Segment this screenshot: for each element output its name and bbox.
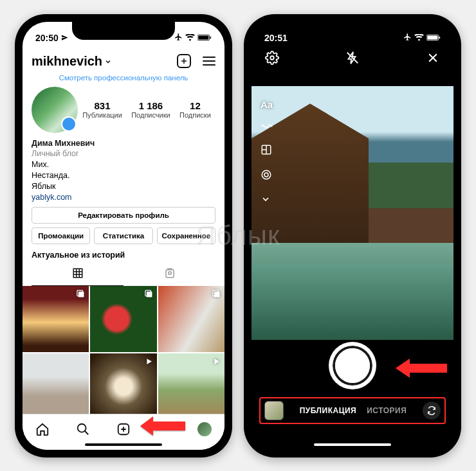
posts-grid (23, 286, 224, 420)
phone-right: 20:51 Aa ПУ (244, 14, 461, 458)
gallery-thumbnail[interactable] (264, 401, 284, 420)
create-button[interactable] (177, 54, 191, 68)
multi-capture-tool[interactable] (261, 169, 273, 182)
svg-rect-4 (166, 270, 174, 278)
tab-grid[interactable] (32, 263, 124, 286)
text-tool[interactable]: Aa (261, 99, 273, 110)
home-indicator (85, 443, 162, 446)
video-icon (212, 357, 221, 369)
menu-button[interactable] (203, 54, 215, 68)
stat-followers[interactable]: 1 186 Подписчики (131, 100, 170, 119)
svg-point-20 (264, 173, 268, 177)
bio-line: Мих. (32, 159, 215, 170)
story-highlights-label: Актуальное из историй (32, 244, 215, 263)
bio-line: Нестанда. (32, 170, 215, 181)
nav-create[interactable] (116, 422, 131, 436)
switch-camera-button[interactable] (423, 402, 441, 420)
flash-off-button[interactable] (345, 50, 360, 66)
professional-dashboard-link[interactable]: Смотреть профессиональную панель (32, 73, 215, 87)
tab-tagged[interactable] (124, 263, 215, 286)
video-icon (144, 357, 154, 369)
stat-following-num: 12 (179, 100, 211, 111)
post-thumbnail[interactable] (23, 353, 89, 420)
svg-point-12 (78, 424, 86, 432)
notch (72, 22, 175, 40)
nav-profile[interactable] (197, 422, 212, 436)
nav-search[interactable] (76, 422, 90, 436)
nav-home[interactable] (35, 422, 50, 436)
airplane-icon (174, 33, 183, 43)
stat-posts[interactable]: 831 Публикации (82, 100, 122, 119)
battery-icon (197, 33, 212, 43)
more-tools[interactable] (261, 194, 273, 206)
stat-followers-label: Подписчики (131, 111, 170, 119)
statistics-button[interactable]: Статистика (94, 227, 152, 244)
status-time: 20:50 (35, 33, 59, 43)
edit-profile-button[interactable]: Редактировать профиль (32, 207, 215, 224)
airplane-icon (403, 33, 412, 43)
svg-rect-2 (210, 36, 211, 38)
svg-rect-3 (73, 269, 82, 278)
svg-point-19 (262, 170, 271, 179)
mode-story[interactable]: ИСТОРИЯ (367, 406, 407, 415)
bio-name: Дима Михневич (32, 138, 215, 149)
post-thumbnail[interactable] (90, 353, 156, 420)
status-time: 20:51 (264, 33, 288, 43)
post-thumbnail[interactable] (158, 286, 224, 352)
carousel-icon (76, 289, 86, 301)
home-indicator (314, 443, 391, 446)
avatar[interactable] (32, 87, 78, 133)
viewfinder-scene (252, 243, 453, 339)
svg-rect-16 (439, 36, 440, 38)
bio-block: Дима Михневич Личный блог Мих. Нестанда.… (32, 133, 215, 207)
shutter-button[interactable] (330, 343, 375, 388)
bio-link[interactable]: yablyk.com (32, 192, 215, 203)
stat-posts-label: Публикации (82, 111, 122, 119)
bio-category: Личный блог (32, 148, 215, 159)
location-icon (61, 33, 68, 43)
stat-following[interactable]: 12 Подписки (179, 100, 211, 119)
camera-viewfinder (252, 86, 453, 340)
post-thumbnail[interactable] (90, 286, 156, 352)
chevron-down-icon (104, 54, 112, 69)
svg-rect-1 (198, 35, 208, 39)
svg-point-17 (270, 56, 274, 60)
annotation-arrow (140, 416, 185, 438)
stat-posts-num: 831 (82, 100, 122, 111)
phone-left: 20:50 mikhnevich (15, 14, 232, 458)
saved-button[interactable]: Сохраненное (157, 227, 215, 244)
wifi-icon (414, 33, 424, 43)
carousel-icon (144, 289, 154, 301)
boomerang-tool[interactable] (261, 121, 273, 132)
stat-followers-num: 1 186 (131, 100, 170, 111)
post-thumbnail[interactable] (158, 353, 224, 420)
svg-point-5 (168, 272, 171, 275)
stat-following-label: Подписки (179, 111, 211, 119)
svg-rect-15 (427, 35, 437, 39)
username-text: mikhnevich (32, 54, 102, 69)
post-thumbnail[interactable] (23, 286, 89, 352)
layout-tool[interactable] (261, 144, 273, 157)
annotation-arrow (396, 359, 447, 380)
carousel-icon (212, 289, 221, 301)
wifi-icon (185, 33, 195, 43)
mode-selector: ПУБЛИКАЦИЯ ИСТОРИЯ (259, 397, 446, 424)
username-dropdown[interactable]: mikhnevich (32, 54, 112, 69)
settings-button[interactable] (264, 50, 280, 66)
bio-line: Яблык (32, 181, 215, 192)
promo-button[interactable]: Промоакции (32, 227, 90, 244)
notch (301, 22, 404, 40)
close-button[interactable] (425, 50, 441, 66)
battery-icon (426, 33, 441, 43)
story-tools: Aa (261, 99, 273, 206)
mode-publication[interactable]: ПУБЛИКАЦИЯ (300, 406, 356, 415)
